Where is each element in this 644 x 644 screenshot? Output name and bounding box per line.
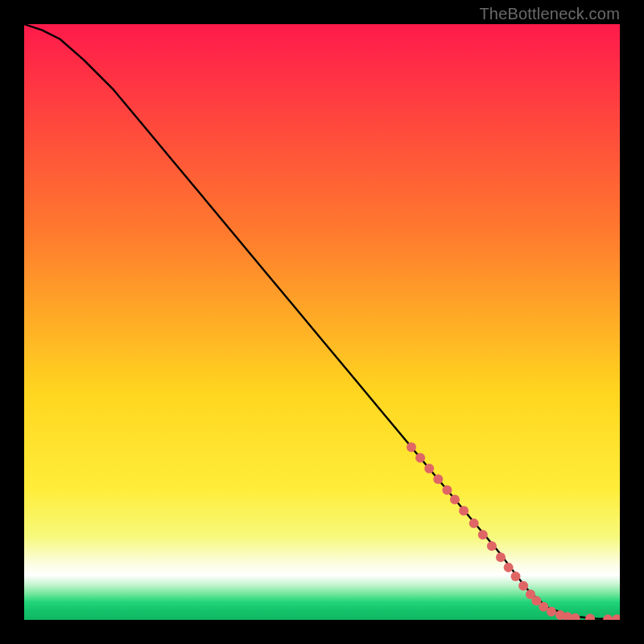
highlight-dot — [442, 485, 452, 495]
highlight-dot — [415, 453, 425, 463]
highlight-dot — [504, 563, 514, 572]
highlight-dot — [433, 474, 443, 484]
highlight-dot — [487, 541, 497, 551]
highlight-dot — [496, 552, 506, 562]
highlight-dot — [407, 442, 416, 452]
highlight-dot — [511, 572, 521, 581]
highlight-dot — [518, 581, 528, 591]
highlight-dot — [478, 530, 488, 539]
highlight-dot — [424, 464, 434, 473]
watermark-text: TheBottleneck.com — [479, 5, 620, 23]
highlight-dot — [547, 607, 556, 617]
chart-plot — [24, 24, 620, 620]
plot-background — [24, 24, 620, 620]
highlight-dot — [450, 495, 460, 505]
chart-stage: TheBottleneck.com — [0, 0, 644, 644]
highlight-dot — [469, 518, 479, 528]
highlight-dot — [459, 506, 469, 516]
